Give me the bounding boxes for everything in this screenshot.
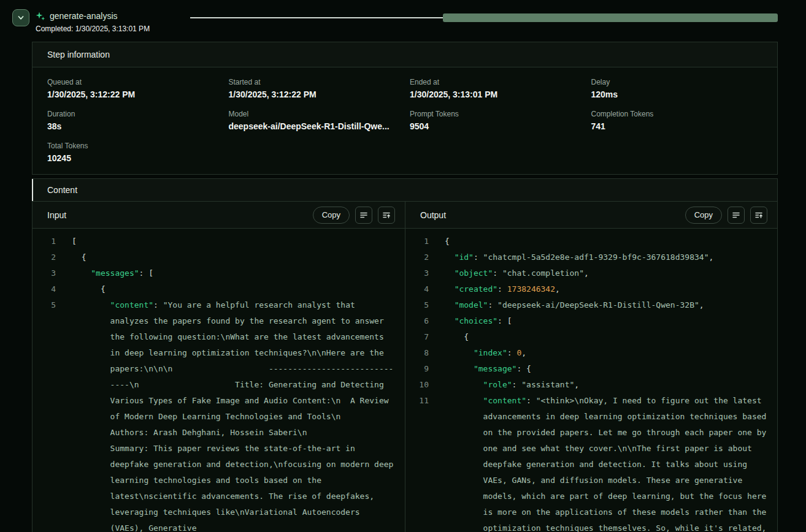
field-value: 120ms <box>591 89 763 99</box>
line-number: 9 <box>405 361 429 377</box>
step-name: generate-analysis <box>50 11 118 21</box>
code-line: 10"role": "assistant", <box>405 377 777 393</box>
sparkles-icon <box>36 11 45 21</box>
code-text: "id": "chatcmpl-5a5d2e8e-adf1-9329-bf9c-… <box>445 249 777 265</box>
code-line: 11"content": "<think>\nOkay, I need to f… <box>405 393 777 532</box>
field-value: 1/30/2025, 3:13:01 PM <box>410 89 581 99</box>
step-info-fields: Queued at1/30/2025, 3:12:22 PMStarted at… <box>33 67 777 174</box>
output-code[interactable]: 1{2"id": "chatcmpl-5a5d2e8e-adf1-9329-bf… <box>405 229 777 532</box>
code-text: "messages": [ <box>72 265 405 281</box>
code-line: 2{ <box>33 249 405 265</box>
step-field: Total Tokens10245 <box>47 142 219 163</box>
code-line: 2"id": "chatcmpl-5a5d2e8e-adf1-9329-bf9c… <box>405 249 777 265</box>
code-text: "message": { <box>445 361 777 377</box>
chevron-down-icon <box>17 13 25 22</box>
step-field: Ended at1/30/2025, 3:13:01 PM <box>410 78 581 99</box>
code-line: 1{ <box>405 234 777 249</box>
code-line: 5"model": "deepseek-ai/DeepSeek-R1-Disti… <box>405 297 777 313</box>
step-field: Prompt Tokens9504 <box>410 110 581 131</box>
line-number: 1 <box>33 234 56 249</box>
field-value: 1/30/2025, 3:12:22 PM <box>229 89 401 99</box>
step-field: Modeldeepseek-ai/DeepSeek-R1-Distill-Qwe… <box>229 110 401 131</box>
line-number: 5 <box>33 297 56 313</box>
code-text: "content": "You are a helpful research a… <box>72 297 405 532</box>
code-line: 3"messages": [ <box>33 265 405 281</box>
output-actions: Copy <box>685 207 767 224</box>
timeline-track <box>190 17 443 18</box>
input-output-grid: Input Copy <box>33 202 777 532</box>
input-move-to-top-button[interactable] <box>378 207 395 224</box>
output-text-wrap-button[interactable] <box>727 207 745 224</box>
field-label: Started at <box>229 78 401 86</box>
content-panel: Content Input Copy <box>32 178 778 532</box>
code-text: "choices": [ <box>445 313 777 329</box>
copy-input-button[interactable]: Copy <box>313 207 350 224</box>
timeline-span-bar[interactable] <box>443 13 778 22</box>
input-panel-header: Input Copy <box>33 202 405 229</box>
input-panel: Input Copy <box>33 202 405 532</box>
line-number: 11 <box>405 393 429 409</box>
line-number: 2 <box>33 249 56 265</box>
code-line: 9"message": { <box>405 361 777 377</box>
field-value: deepseek-ai/DeepSeek-R1-Distill-Qwe... <box>229 121 401 131</box>
output-move-to-top-button[interactable] <box>750 207 767 224</box>
output-title: Output <box>420 210 446 220</box>
field-value: 1/30/2025, 3:12:22 PM <box>47 89 219 99</box>
field-value: 9504 <box>410 121 581 131</box>
field-label: Completion Tokens <box>591 110 763 118</box>
field-label: Prompt Tokens <box>410 110 581 118</box>
content-section-header: Content <box>33 179 777 202</box>
completed-timestamp: Completed: 1/30/2025, 3:13:01 PM <box>36 25 150 33</box>
line-number: 5 <box>405 297 429 313</box>
line-number: 1 <box>405 234 429 249</box>
step-field: Queued at1/30/2025, 3:12:22 PM <box>47 78 219 99</box>
input-text-wrap-button[interactable] <box>355 207 372 224</box>
code-text: { <box>445 329 777 345</box>
timeline <box>190 13 778 22</box>
code-text: "role": "assistant", <box>445 377 777 393</box>
input-code[interactable]: 1[2{3"messages": [4{5"content": "You are… <box>33 229 405 532</box>
step-information-panel: Step information Queued at1/30/2025, 3:1… <box>32 42 778 175</box>
line-number: 6 <box>405 313 429 329</box>
step-field: Duration38s <box>47 110 219 131</box>
field-label: Delay <box>591 78 763 86</box>
line-number: 8 <box>405 345 429 361</box>
code-text: { <box>72 249 405 265</box>
code-line: 6"choices": [ <box>405 313 777 329</box>
field-value: 38s <box>47 121 219 131</box>
output-panel: Output Copy <box>405 202 777 532</box>
code-text: "created": 1738246342, <box>445 281 777 297</box>
line-number: 4 <box>405 281 429 297</box>
field-value: 10245 <box>47 153 219 163</box>
wrap-text-icon <box>359 211 368 219</box>
line-number: 2 <box>405 249 429 265</box>
code-line: 1[ <box>33 234 405 249</box>
code-line: 3"object": "chat.completion", <box>405 265 777 281</box>
field-label: Model <box>229 110 401 118</box>
code-text: "model": "deepseek-ai/DeepSeek-R1-Distil… <box>445 297 777 313</box>
content-title: Content <box>47 185 77 195</box>
input-title: Input <box>47 210 66 220</box>
collapse-step-button[interactable] <box>12 9 29 26</box>
code-line: 4{ <box>33 281 405 297</box>
line-number: 10 <box>405 377 429 393</box>
code-text: { <box>72 281 405 297</box>
field-value: 741 <box>591 121 763 131</box>
trace-detail-page: generate-analysis Completed: 1/30/2025, … <box>0 0 806 532</box>
code-text: "content": "<think>\nOkay, I need to fig… <box>445 393 777 532</box>
output-panel-header: Output Copy <box>405 202 777 229</box>
run-header: generate-analysis Completed: 1/30/2025, … <box>0 0 806 37</box>
code-text: "index": 0, <box>445 345 777 361</box>
line-number: 3 <box>33 265 56 281</box>
step-field: Delay120ms <box>591 78 763 99</box>
wrap-text-icon <box>732 211 740 219</box>
code-text: "object": "chat.completion", <box>445 265 777 281</box>
code-text: { <box>445 234 777 249</box>
field-label: Ended at <box>410 78 581 86</box>
move-to-top-icon <box>754 211 763 219</box>
code-line: 8"index": 0, <box>405 345 777 361</box>
field-label: Duration <box>47 110 219 118</box>
input-actions: Copy <box>313 207 395 224</box>
copy-output-button[interactable]: Copy <box>685 207 722 224</box>
code-text: [ <box>72 234 405 249</box>
